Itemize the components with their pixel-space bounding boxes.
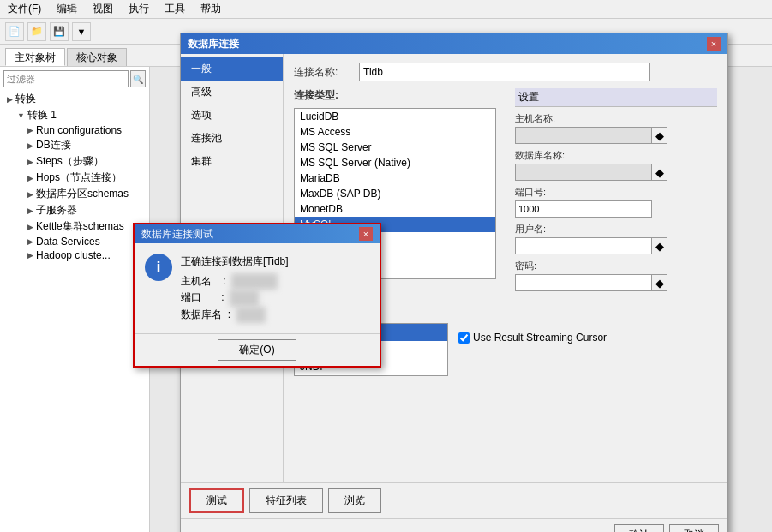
port-input[interactable] [515, 200, 652, 218]
dialog-close-button[interactable]: × [707, 37, 721, 51]
host-label: 主机名称: [515, 112, 717, 125]
tree-item-db-conn[interactable]: ▶ DB连接 [3, 137, 146, 153]
expand-icon-t1: ▼ [17, 111, 25, 120]
toolbar-save[interactable]: 💾 [50, 22, 69, 41]
tree-item-kettle[interactable]: ▶ Kettle集群schemas [3, 218, 146, 235]
menu-view[interactable]: 视图 [90, 2, 116, 16]
tree-label-transform: 转换 [15, 92, 36, 106]
confirm-host-row: 主机名 : ██.██.85 [181, 273, 289, 290]
db-name-field: 数据库名称: ◆ [515, 149, 717, 181]
dialog-nav-cluster[interactable]: 集群 [181, 150, 283, 173]
confirm-db-row: 数据库名 : ████ [181, 307, 289, 323]
tree-label-partitions: 数据库分区schemas [36, 187, 129, 201]
pwd-browse-btn[interactable]: ◆ [652, 274, 667, 291]
conn-type-msaccess[interactable]: MS Access [295, 124, 495, 140]
conn-name-label: 连接名称: [294, 65, 354, 80]
expand-icon-hadoop: ▶ [27, 251, 33, 260]
expand-icon-kettle: ▶ [27, 223, 33, 231]
db-name-input[interactable] [515, 164, 652, 181]
features-button[interactable]: 特征列表 [249, 488, 323, 513]
streaming-cursor-row: Use Result Streaming Cursor [458, 323, 607, 344]
menu-execute[interactable]: 执行 [126, 2, 152, 16]
search-button[interactable]: 🔍 [130, 70, 146, 87]
toolbar-dropdown[interactable]: ▼ [72, 22, 91, 41]
menu-file[interactable]: 文件(F) [5, 2, 44, 16]
tree-label-steps: Steps（步骤） [36, 154, 104, 169]
dialog-nav-options[interactable]: 选项 [181, 104, 283, 127]
conn-type-mssql[interactable]: MS SQL Server [295, 140, 495, 155]
tree-label-transform1: 转换 1 [27, 108, 57, 123]
confirm-line1: 正确连接到数据库[Tidb] [181, 254, 289, 270]
app-window: 文件(F) 编辑 视图 执行 工具 帮助 📄 📁 💾 ▼ 主对象树 核心对象 🔍… [0, 0, 772, 532]
conn-type-mariadb[interactable]: MariaDB [295, 170, 495, 186]
search-input[interactable] [3, 70, 129, 87]
db-browse-btn[interactable]: ◆ [652, 164, 667, 181]
expand-icon-hops: ▶ [27, 174, 33, 182]
tree-item-transform1[interactable]: ▼ 转换 1 [3, 107, 146, 123]
expand-icon-db: ▶ [27, 141, 33, 150]
tree-item-data-services[interactable]: ▶ Data Services [3, 235, 146, 248]
conn-name-input[interactable] [359, 63, 650, 81]
info-icon: i [145, 254, 172, 281]
confirm-db-value: ████ [236, 307, 266, 323]
pwd-input[interactable] [515, 274, 652, 291]
expand-icon-sub: ▶ [27, 206, 33, 215]
user-label: 用户名: [515, 223, 717, 236]
settings-title: 设置 [515, 88, 717, 107]
conn-type-maxdb[interactable]: MaxDB (SAP DB) [295, 186, 495, 201]
test-buttons-row: 测试 特征列表 浏览 [181, 482, 727, 518]
expand-icon-part: ▶ [27, 190, 33, 199]
confirm-port-row: 端口 : ████ [181, 290, 289, 306]
db-name-label: 数据库名称: [515, 149, 717, 162]
test-button[interactable]: 测试 [189, 488, 244, 513]
confirm-body: i 正确连接到数据库[Tidb] 主机名 : ██.██.85 端口 : ███… [135, 243, 380, 333]
host-input[interactable] [515, 127, 652, 144]
tree-item-steps[interactable]: ▶ Steps（步骤） [3, 153, 146, 170]
use-streaming-checkbox[interactable] [458, 332, 470, 344]
dialog-nav-general[interactable]: 一般 [181, 57, 283, 81]
tab-core-objects[interactable]: 核心对象 [67, 48, 127, 66]
conn-type-monetdb[interactable]: MonetDB [295, 201, 495, 217]
left-panel: 🔍 ▶ 转换 ▼ 转换 1 ▶ Run configurations ▶ DB连… [0, 67, 150, 532]
tree-label-subservers: 子服务器 [36, 203, 77, 218]
tab-main-objects[interactable]: 主对象树 [5, 48, 65, 66]
tree-item-hadoop[interactable]: ▶ Hadoop cluste... [3, 248, 146, 262]
pwd-input-row: ◆ [515, 274, 717, 291]
tree-item-run-config[interactable]: ▶ Run configurations [3, 123, 146, 137]
toolbar-open[interactable]: 📁 [27, 22, 46, 41]
conn-type-mssql-native[interactable]: MS SQL Server (Native) [295, 155, 495, 170]
user-input[interactable] [515, 237, 652, 254]
cancel-button[interactable]: 取消 [669, 524, 719, 532]
port-label: 端口号: [515, 186, 717, 199]
menu-tools[interactable]: 工具 [162, 2, 188, 16]
menu-help[interactable]: 帮助 [198, 2, 224, 16]
conn-type-luciddb[interactable]: LucidDB [295, 109, 495, 124]
dialog-title-bar: 数据库连接 × [181, 33, 727, 54]
pwd-field: 密码: ◆ [515, 260, 717, 291]
browse-button[interactable]: 浏览 [328, 488, 381, 513]
confirm-ok-button[interactable]: 确定(O) [218, 339, 296, 361]
tree-item-partitions[interactable]: ▶ 数据库分区schemas [3, 186, 146, 202]
dialog-nav-advanced[interactable]: 高级 [181, 81, 283, 104]
host-browse-btn[interactable]: ◆ [652, 127, 667, 144]
tree-item-hops[interactable]: ▶ Hops（节点连接） [3, 170, 146, 186]
host-field: 主机名称: ◆ [515, 112, 717, 144]
use-streaming-label: Use Result Streaming Cursor [473, 332, 607, 344]
confirm-port-label: 端口 [181, 291, 201, 303]
confirm-text: 正确连接到数据库[Tidb] 主机名 : ██.██.85 端口 : ████ … [181, 254, 289, 323]
tree-label-data-services: Data Services [36, 236, 100, 248]
tree-item-transform-root[interactable]: ▶ 转换 [3, 91, 146, 107]
tree-item-subservers[interactable]: ▶ 子服务器 [3, 202, 146, 218]
confirm-close-btn[interactable]: × [359, 227, 373, 241]
tree-label-hadoop: Hadoop cluste... [36, 249, 111, 261]
toolbar-new[interactable]: 📄 [5, 22, 24, 41]
menu-edit[interactable]: 编辑 [54, 2, 80, 16]
confirm-db-label: 数据库名 [181, 308, 222, 320]
expand-icon-ds: ▶ [27, 237, 33, 246]
dialog-nav-pool[interactable]: 连接池 [181, 127, 283, 150]
tree-label-run-config: Run configurations [36, 124, 122, 136]
ok-button[interactable]: 确认 [614, 524, 664, 532]
user-browse-btn[interactable]: ◆ [652, 237, 667, 254]
expand-icon-rc: ▶ [27, 126, 33, 134]
user-input-row: ◆ [515, 237, 717, 254]
